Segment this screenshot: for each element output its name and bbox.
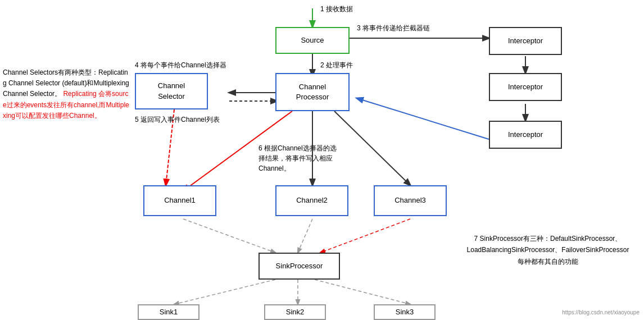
diagram-container: Channel Selectors有两种类型：Replicating Chann… — [0, 0, 644, 320]
channel-processor-box: Channel Processor — [275, 73, 350, 111]
sink3-box: Sink3 — [374, 304, 436, 320]
interceptor1-box: Interceptor — [489, 27, 562, 55]
label-7: 7 SinkProcessor有三种：DefaultSinkProcessor、… — [466, 233, 629, 267]
channel-selector-box: Channel Selector — [135, 73, 208, 109]
svg-line-13 — [320, 219, 410, 253]
label-5: 5 返回写入事件Channel列表 — [135, 115, 220, 125]
channel1-box: Channel1 — [143, 185, 216, 216]
channel3-box: Channel3 — [374, 185, 447, 216]
sink1-box: Sink1 — [138, 304, 199, 320]
label-2: 2 处理事件 — [320, 61, 353, 70]
svg-line-12 — [298, 219, 312, 253]
sink2-box: Sink2 — [264, 304, 326, 320]
svg-line-14 — [174, 280, 275, 304]
interceptor2-box: Interceptor — [489, 73, 562, 101]
svg-line-5 — [357, 98, 489, 139]
label-1: 1 接收数据 — [320, 4, 353, 14]
svg-line-10 — [334, 111, 410, 185]
svg-line-16 — [315, 280, 410, 304]
sink-processor-box: SinkProcessor — [258, 253, 340, 280]
interceptor3-box: Interceptor — [489, 121, 562, 149]
watermark: https://blog.csdn.net/xiaoyoupe — [562, 309, 640, 316]
sidebar-description: Channel Selectors有两种类型：Replicating Chann… — [3, 67, 129, 121]
label-3: 3 将事件传递给拦截器链 — [357, 24, 430, 33]
channel2-box: Channel2 — [275, 185, 348, 216]
svg-line-11 — [183, 219, 275, 253]
label-4: 4 将每个事件给Channel选择器 — [135, 61, 226, 70]
label-6: 6 根据Channel选择器的选择结果，将事件写入相应Channel。 — [258, 143, 343, 173]
source-box: Source — [275, 27, 350, 54]
